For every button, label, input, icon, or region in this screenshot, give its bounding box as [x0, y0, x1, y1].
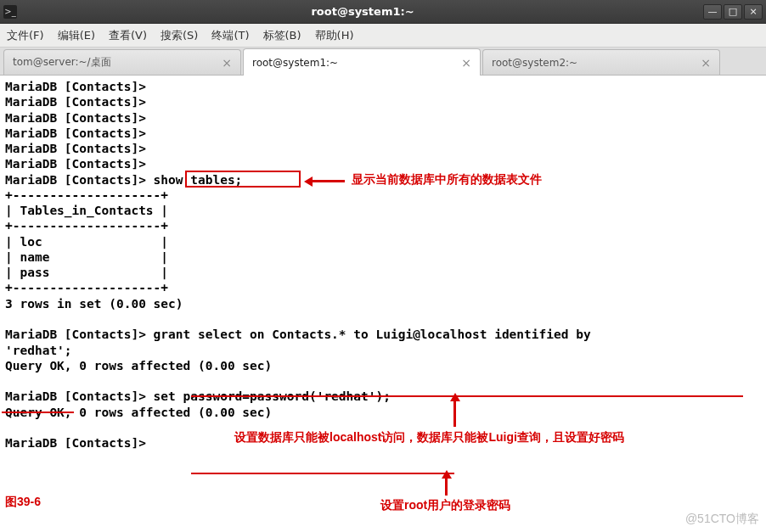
menu-tabs[interactable]: 标签(B): [263, 28, 301, 43]
watermark: @51CTO博客: [685, 512, 759, 527]
menu-search[interactable]: 搜索(S): [161, 28, 198, 43]
menubar: 文件(F) 编辑(E) 查看(V) 搜索(S) 终端(T) 标签(B) 帮助(H…: [0, 24, 766, 48]
window-title: root@system1:~: [22, 5, 703, 18]
maximize-button[interactable]: □: [724, 4, 742, 20]
arrow-icon: [445, 477, 448, 496]
highlight-show-tables: [185, 171, 301, 188]
menu-file[interactable]: 文件(F): [7, 28, 44, 43]
minimize-button[interactable]: —: [703, 4, 722, 20]
figure-label: 图39-6: [5, 495, 41, 510]
window-controls: — □ ×: [703, 4, 763, 20]
arrow-icon: [311, 180, 345, 182]
terminal-output[interactable]: MariaDB [Contacts]> MariaDB [Contacts]> …: [0, 76, 766, 532]
close-icon[interactable]: ×: [222, 57, 232, 69]
tab-label: root@system2:~: [492, 57, 577, 69]
menu-view[interactable]: 查看(V): [109, 28, 147, 43]
tab-0[interactable]: tom@server:~/桌面 ×: [3, 49, 241, 75]
close-button[interactable]: ×: [744, 4, 763, 20]
tab-bar: tom@server:~/桌面 × root@system1:~ × root@…: [0, 48, 766, 76]
arrow-icon: [453, 400, 456, 427]
underline-grant-2: [2, 412, 74, 413]
menu-help[interactable]: 帮助(H): [315, 28, 354, 43]
menu-terminal[interactable]: 终端(T): [211, 28, 249, 43]
annotation-set-password: 设置root用户的登录密码: [380, 498, 510, 513]
close-icon[interactable]: ×: [461, 57, 471, 69]
tab-label: root@system1:~: [252, 57, 338, 69]
menu-edit[interactable]: 编辑(E): [58, 28, 95, 43]
underline-grant: [191, 395, 743, 397]
close-icon[interactable]: ×: [701, 57, 711, 69]
annotation-show-tables: 显示当前数据库中所有的数据表文件: [352, 172, 542, 188]
tab-label: tom@server:~/桌面: [13, 55, 111, 70]
terminal-icon: >_: [3, 5, 17, 19]
annotation-grant: 设置数据库只能被localhost访问，数据库只能被Luigi查询，且设置好密码: [234, 430, 624, 445]
underline-set-password: [191, 473, 454, 474]
titlebar: >_ root@system1:~ — □ ×: [0, 0, 766, 24]
tab-1[interactable]: root@system1:~ ×: [243, 48, 481, 76]
tab-2[interactable]: root@system2:~ ×: [482, 49, 720, 75]
